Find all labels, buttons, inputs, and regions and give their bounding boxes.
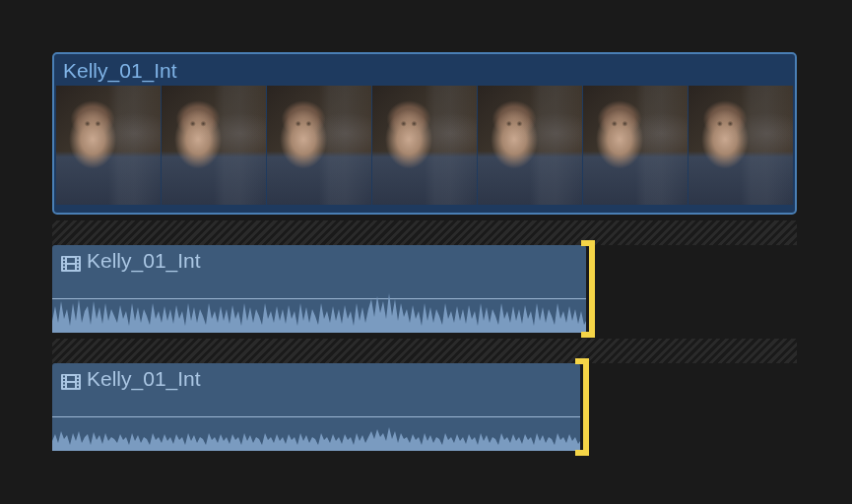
svg-rect-3 bbox=[63, 265, 65, 267]
svg-rect-7 bbox=[77, 265, 79, 267]
svg-rect-1 bbox=[63, 258, 65, 260]
audio-waveform bbox=[52, 282, 586, 333]
track-gap bbox=[52, 220, 797, 245]
svg-rect-21 bbox=[67, 383, 75, 388]
svg-rect-14 bbox=[63, 383, 65, 385]
svg-rect-10 bbox=[67, 265, 75, 270]
svg-rect-13 bbox=[63, 379, 65, 381]
track-gap bbox=[52, 339, 797, 363]
svg-rect-5 bbox=[77, 258, 79, 260]
video-filmstrip bbox=[54, 86, 795, 207]
filmstrip-frame bbox=[56, 86, 161, 205]
svg-rect-20 bbox=[67, 376, 75, 381]
audio-clip[interactable]: Kelly_01_Int bbox=[52, 245, 586, 333]
svg-rect-15 bbox=[63, 386, 65, 388]
svg-rect-9 bbox=[67, 258, 75, 263]
svg-rect-4 bbox=[63, 268, 65, 270]
svg-rect-8 bbox=[77, 268, 79, 270]
filmstrip-frame bbox=[478, 86, 582, 205]
svg-rect-16 bbox=[77, 376, 79, 378]
audio-clip-header: Kelly_01_Int bbox=[52, 363, 580, 395]
filmstrip-frame bbox=[267, 86, 371, 205]
svg-rect-18 bbox=[77, 383, 79, 385]
filmstrip-frame bbox=[162, 86, 266, 205]
filmstrip-icon bbox=[61, 253, 81, 269]
svg-rect-12 bbox=[63, 376, 65, 378]
audio-clip-title: Kelly_01_Int bbox=[87, 249, 201, 273]
audio-waveform bbox=[52, 400, 580, 451]
audio-clip[interactable]: Kelly_01_Int bbox=[52, 363, 580, 451]
filmstrip-frame bbox=[372, 86, 477, 205]
video-clip-title: Kelly_01_Int bbox=[54, 54, 795, 86]
svg-rect-17 bbox=[77, 379, 79, 381]
svg-rect-6 bbox=[77, 261, 79, 263]
audio-clip-title: Kelly_01_Int bbox=[87, 367, 201, 391]
filmstrip-frame bbox=[688, 86, 793, 205]
svg-rect-19 bbox=[77, 386, 79, 388]
video-clip[interactable]: Kelly_01_Int bbox=[52, 52, 797, 215]
filmstrip-frame bbox=[583, 86, 688, 205]
svg-rect-2 bbox=[63, 261, 65, 263]
audio-clip-header: Kelly_01_Int bbox=[52, 245, 586, 277]
filmstrip-icon bbox=[61, 371, 81, 387]
